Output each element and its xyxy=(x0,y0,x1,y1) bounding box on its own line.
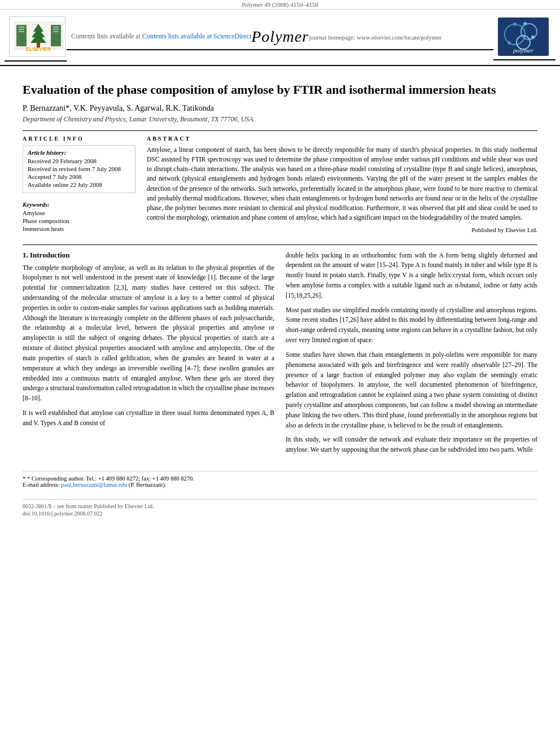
article-body: 1. Introduction The complete morphology … xyxy=(23,244,537,460)
article-affiliation: Department of Chemistry and Physics, Lam… xyxy=(23,115,537,124)
journal-citation: Polymer 49 (2008) 4150–4158 xyxy=(242,1,318,8)
footnote-star: * xyxy=(23,475,26,482)
abstract-label: ABSTRACT xyxy=(147,136,537,142)
article-info-abstract-section: ARTICLE INFO Article history: Received 2… xyxy=(23,130,537,237)
body-right-paragraph-4: In this study, we will consider the netw… xyxy=(286,435,537,455)
contents-label: Contents lists available at xyxy=(71,32,142,40)
footnote-text: * Corresponding author. Tel.: +1 409 880… xyxy=(27,475,194,482)
article-info-column: ARTICLE INFO Article history: Received 2… xyxy=(23,136,135,237)
footnote-email-line: E-mail address: paul.bernazzani@lamar.ed… xyxy=(23,482,537,488)
footnote-corresponding: * * Corresponding author. Tel.: +1 409 8… xyxy=(23,475,537,482)
journal-homepage: journal homepage: www.elsevier.com/locat… xyxy=(309,34,441,41)
svg-point-21 xyxy=(508,41,511,45)
polymer-logo-svg: polymer xyxy=(498,18,549,56)
article-history-label: Article history: xyxy=(28,149,130,156)
svg-text:polymer: polymer xyxy=(513,47,534,54)
footnote-block: * * Corresponding author. Tel.: +1 409 8… xyxy=(23,471,537,490)
accepted-date: Accepted 7 July 2008 xyxy=(28,173,130,180)
these-word: these xyxy=(203,365,217,372)
body-left-column: 1. Introduction The complete morphology … xyxy=(23,251,274,460)
article-authors: P. Bernazzani*, V.K. Peyyavula, S. Agarw… xyxy=(23,104,537,113)
elsevier-logo-box: ELSEVIER xyxy=(9,16,65,57)
section1-heading: 1. Introduction xyxy=(23,251,274,260)
footer-issn: 0032-3861/$ – see front matter Published… xyxy=(23,503,537,509)
article-title: Evaluation of the phase composition of a… xyxy=(23,82,537,98)
body-right-paragraph-2: Most past studies use simplified models … xyxy=(286,305,537,346)
footnote-email-label: E-mail address: xyxy=(23,482,60,488)
keywords-label: Keywords: xyxy=(23,201,135,208)
journal-center-info: Contents lists available at Contents lis… xyxy=(67,24,493,50)
science-direct-link[interactable]: Contents lists available at ScienceDirec… xyxy=(142,32,251,40)
polymer-logo-container: polymer xyxy=(493,14,555,60)
body-right-column: double helix packing in an orthorhombic … xyxy=(286,251,537,460)
main-content: Evaluation of the phase composition of a… xyxy=(0,66,560,471)
journal-title: Polymer xyxy=(251,28,309,46)
article-info-label: ARTICLE INFO xyxy=(23,136,135,142)
svg-point-18 xyxy=(513,23,517,26)
abstract-column: ABSTRACT Amylose, a linear component of … xyxy=(147,136,537,237)
article-history-block: Article history: Received 20 February 20… xyxy=(23,145,135,193)
elsevier-logo-svg: ELSEVIER xyxy=(12,19,65,52)
svg-point-19 xyxy=(523,22,527,25)
body-right-paragraph-1: double helix packing in an orthorhombic … xyxy=(286,251,537,301)
body-paragraph-1: The complete morphology of amylose, as w… xyxy=(23,263,274,404)
svg-rect-9 xyxy=(51,25,61,46)
body-right-paragraph-3: Some studies have shown that chain entan… xyxy=(286,350,537,431)
elsevier-logo-container: ELSEVIER xyxy=(5,13,67,62)
svg-point-20 xyxy=(531,36,535,39)
svg-text:ELSEVIER: ELSEVIER xyxy=(26,46,51,52)
footer-doi: doi:10.1016/j.polymer.2008.07.022 xyxy=(23,510,537,517)
body-paragraph-2: It is well established that amylose can … xyxy=(23,408,274,429)
journal-header: ELSEVIER Contents lists available at Con… xyxy=(0,10,560,66)
keyword-3: Immersion heats xyxy=(23,225,135,232)
keyword-2: Phase composition xyxy=(23,217,135,224)
svg-rect-5 xyxy=(16,25,27,46)
keyword-1: Amylose xyxy=(23,209,135,216)
section1-heading-text: 1. Introduction xyxy=(23,251,70,259)
keywords-block: Keywords: Amylose Phase composition Imme… xyxy=(23,198,135,237)
footer-bar: 0032-3861/$ – see front matter Published… xyxy=(23,499,537,517)
available-date: Available online 22 July 2008 xyxy=(28,181,130,188)
journal-citation-bar: Polymer 49 (2008) 4150–4158 xyxy=(0,0,560,10)
footnote-email-link[interactable]: paul.bernazzani@lamar.edu xyxy=(61,482,127,488)
published-by: Published by Elsevier Ltd. xyxy=(147,226,537,233)
abstract-text: Amylose, a linear component of starch, h… xyxy=(147,145,537,223)
footnote-person: (P. Bernazzani). xyxy=(129,482,167,488)
science-direct-label: Contents lists available at Contents lis… xyxy=(71,32,251,41)
revised-date: Received in revised form 7 July 2008 xyxy=(28,165,130,172)
received-date: Received 20 February 2008 xyxy=(28,158,130,164)
